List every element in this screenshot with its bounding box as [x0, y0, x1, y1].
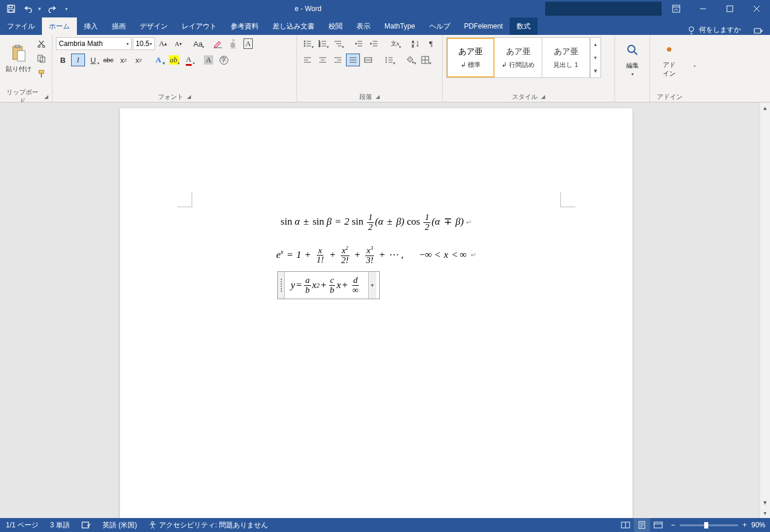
numbering-button[interactable]: 123▾	[316, 37, 330, 50]
tab-mailings[interactable]: 差し込み文書	[266, 17, 322, 35]
tab-mathtype[interactable]: MathType	[377, 17, 422, 35]
close-button[interactable]	[743, 0, 770, 17]
ribbon-display-options-button[interactable]	[663, 0, 690, 17]
copy-button[interactable]	[34, 52, 48, 65]
next-page-icon[interactable]: ▾	[760, 508, 770, 518]
justify-button[interactable]	[346, 54, 360, 66]
zoom-slider[interactable]	[680, 524, 738, 526]
multilevel-list-button[interactable]: ▾	[331, 37, 345, 50]
distributed-button[interactable]	[361, 54, 375, 66]
highlight-button[interactable]: ab▾	[167, 54, 181, 66]
style-heading1[interactable]: あア亜 見出し 1	[542, 38, 590, 77]
editing-button[interactable]: 編集 ▾	[619, 37, 646, 80]
style-no-spacing[interactable]: あア亜 ↲ 行間詰め	[495, 38, 542, 77]
status-page[interactable]: 1/1 ページ	[0, 518, 44, 532]
font-dialog-launcher[interactable]: ◢	[187, 94, 191, 100]
text-direction-button[interactable]: 文A▾	[388, 37, 402, 50]
tell-me-search[interactable]: 何をしますか	[681, 25, 747, 35]
bullets-button[interactable]: ▾	[301, 37, 315, 50]
zoom-value[interactable]: 90%	[751, 521, 765, 529]
equation-box-handle[interactable]	[278, 272, 285, 299]
align-center-button[interactable]	[316, 54, 330, 66]
tab-pdfelement[interactable]: PDFelement	[457, 17, 510, 35]
font-color-button[interactable]: A▾	[182, 54, 196, 66]
tab-design[interactable]: デザイン	[133, 17, 175, 35]
tab-review[interactable]: 校閲	[322, 17, 349, 35]
collapse-ribbon-button[interactable]: ˄	[690, 35, 700, 102]
tab-references[interactable]: 参考資料	[224, 17, 266, 35]
save-button[interactable]	[3, 1, 19, 16]
gallery-up-icon[interactable]: ▴	[591, 38, 601, 51]
borders-button[interactable]: ▾	[418, 54, 432, 66]
cut-button[interactable]	[34, 37, 48, 50]
scroll-down-icon[interactable]: ▼	[760, 497, 770, 508]
qat-customize-icon[interactable]: ▾	[65, 6, 68, 12]
styles-gallery[interactable]: あア亜 ↲ 標準 あア亜 ↲ 行間詰め あア亜 見出し 1 ▴ ▾ ▼	[446, 37, 601, 78]
clear-formatting-button[interactable]	[211, 37, 225, 50]
page[interactable]: sin α ± sin β = 2 sin 12(α ± β) cos 12(α…	[120, 108, 633, 518]
paragraph-dialog-launcher[interactable]: ◢	[376, 94, 380, 100]
bold-button[interactable]: B	[56, 54, 70, 66]
gallery-more-icon[interactable]: ▼	[591, 64, 601, 77]
tab-equation[interactable]: 数式	[510, 17, 538, 35]
tab-file[interactable]: ファイル	[0, 17, 42, 35]
view-read-mode-button[interactable]	[617, 518, 634, 532]
account-area[interactable]	[545, 2, 662, 16]
status-words[interactable]: 3 単語	[44, 518, 76, 532]
increase-indent-button[interactable]	[367, 37, 381, 50]
italic-button[interactable]: I	[71, 54, 85, 66]
minimize-button[interactable]	[690, 0, 716, 17]
subscript-button[interactable]: x2	[116, 54, 130, 66]
tab-draw[interactable]: 描画	[105, 17, 133, 35]
font-size-combo[interactable]: 10.5▾	[133, 37, 155, 50]
change-case-button[interactable]: Aa▾	[191, 37, 205, 50]
equation-3[interactable]: y = ab x2 + cb x + d∞	[285, 272, 368, 299]
status-language[interactable]: 英語 (米国)	[97, 518, 143, 532]
tab-home[interactable]: ホーム	[42, 17, 77, 35]
styles-dialog-launcher[interactable]: ◢	[541, 94, 545, 100]
maximize-button[interactable]	[716, 0, 743, 17]
vertical-scrollbar[interactable]: ▲ ▼ ▾	[760, 102, 770, 518]
status-spellcheck-icon[interactable]	[76, 518, 97, 532]
redo-button[interactable]	[44, 1, 59, 16]
tab-layout[interactable]: レイアウト	[175, 17, 224, 35]
font-name-combo[interactable]: Cambria Math▾	[56, 37, 132, 50]
tab-insert[interactable]: 挿入	[77, 17, 105, 35]
phonetic-guide-button[interactable]: ア亜	[226, 37, 240, 50]
view-web-layout-button[interactable]	[650, 518, 666, 532]
equation-box-dropdown[interactable]: ▾	[368, 272, 376, 299]
line-spacing-button[interactable]: ▾	[382, 54, 396, 66]
style-normal[interactable]: あア亜 ↲ 標準	[447, 38, 495, 77]
align-right-button[interactable]	[331, 54, 345, 66]
shading-button[interactable]: ▾	[403, 54, 417, 66]
view-print-layout-button[interactable]	[634, 518, 650, 532]
status-accessibility[interactable]: アクセシビリティ: 問題ありません	[143, 518, 274, 532]
tab-view[interactable]: 表示	[349, 17, 377, 35]
text-effects-button[interactable]: A▾	[151, 54, 165, 66]
character-border-button[interactable]: A	[241, 37, 255, 50]
gallery-down-icon[interactable]: ▾	[591, 51, 601, 65]
tab-help[interactable]: ヘルプ	[422, 17, 457, 35]
zoom-out-button[interactable]: −	[671, 521, 675, 529]
sort-button[interactable]: AZ	[409, 37, 423, 50]
show-marks-button[interactable]: ¶	[424, 37, 438, 50]
undo-button[interactable]	[21, 1, 36, 16]
character-shading-button[interactable]: A	[202, 54, 216, 66]
scroll-up-icon[interactable]: ▲	[760, 102, 770, 113]
share-button[interactable]	[747, 27, 770, 35]
addins-button[interactable]: ● アド イン	[654, 37, 685, 80]
paste-button[interactable]: 貼り付け	[3, 37, 33, 80]
shrink-font-button[interactable]: A▾	[171, 37, 185, 50]
zoom-in-button[interactable]: +	[743, 521, 747, 529]
grow-font-button[interactable]: A▴	[156, 37, 170, 50]
superscript-button[interactable]: x2	[132, 54, 146, 66]
equation-editor-box[interactable]: y = ab x2 + cb x + d∞ ▾	[277, 271, 380, 299]
clipboard-dialog-launcher[interactable]: ◢	[44, 94, 48, 100]
align-left-button[interactable]	[301, 54, 315, 66]
undo-dropdown-icon[interactable]: ▼	[37, 6, 42, 12]
strikethrough-button[interactable]: abc	[101, 54, 115, 66]
format-painter-button[interactable]	[34, 68, 48, 80]
underline-button[interactable]: U▾	[86, 54, 100, 66]
enclose-characters-button[interactable]: 字	[217, 54, 231, 66]
decrease-indent-button[interactable]	[352, 37, 366, 50]
